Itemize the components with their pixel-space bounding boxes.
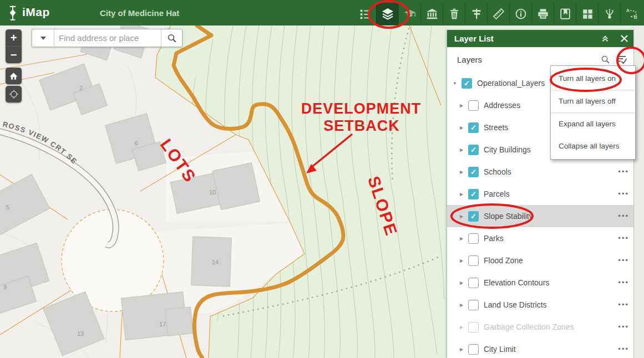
civic-building-icon[interactable] <box>420 3 443 25</box>
expand-caret-icon[interactable]: ▶ <box>459 236 464 241</box>
layer-row-elevation-contours[interactable]: ▶Elevation Contours••• <box>447 272 633 294</box>
layers-section-label: Layers <box>447 55 597 64</box>
layer-checkbox[interactable] <box>468 344 479 355</box>
menu-item-turn-all-layers-on[interactable]: Turn all layers on <box>551 68 635 90</box>
svg-text:14: 14 <box>212 259 219 265</box>
layer-list-menu: Turn all layers onTurn all layers offExp… <box>550 65 636 160</box>
street-signs-icon[interactable] <box>465 3 487 25</box>
layer-row-flood-zone[interactable]: ▶Flood Zone••• <box>447 249 633 272</box>
layer-row-parks[interactable]: ▶Parks••• <box>447 227 633 249</box>
filter-check-icon <box>617 54 627 65</box>
close-panel-button[interactable] <box>615 30 633 47</box>
trash-icon[interactable] <box>443 3 465 25</box>
layer-label: Schools <box>484 167 633 176</box>
svg-text:17: 17 <box>159 321 166 328</box>
collapse-panel-button[interactable] <box>596 30 615 47</box>
layer-checkbox[interactable] <box>468 100 479 111</box>
expand-caret-icon[interactable]: ▶ <box>459 303 464 308</box>
layer-options-button[interactable]: ••• <box>618 183 629 205</box>
layer-row-land-use-districts[interactable]: ▶Land Use Districts••• <box>447 294 633 316</box>
layer-checkbox[interactable] <box>468 122 479 133</box>
graduation-cap-icon[interactable] <box>398 3 420 25</box>
zoom-in-button[interactable]: + <box>6 29 22 46</box>
toolbar: A B <box>354 3 642 25</box>
expand-caret-icon[interactable]: ▶ <box>459 258 464 263</box>
zoom-out-button[interactable]: − <box>6 46 22 63</box>
layer-checkbox[interactable] <box>468 233 479 244</box>
layer-label: Slope Stability <box>484 212 633 221</box>
expand-caret-icon[interactable]: ▶ <box>459 125 464 130</box>
svg-text:2: 2 <box>79 85 83 91</box>
expand-caret-icon[interactable]: ▶ <box>459 325 464 330</box>
layer-row-slope-stability[interactable]: ▶Slope Stability••• <box>447 205 633 227</box>
layer-row-city-limit[interactable]: ▶City Limit••• <box>447 338 633 358</box>
layer-options-button[interactable]: ••• <box>618 294 629 316</box>
layer-checkbox[interactable] <box>468 189 479 200</box>
menu-item-expand-all-layers[interactable]: Expand all layers <box>551 113 635 135</box>
search-button[interactable] <box>161 29 182 47</box>
layer-checkbox[interactable] <box>468 300 479 310</box>
zoom-control: + − <box>6 29 22 63</box>
menu-item-turn-all-layers-off[interactable]: Turn all layers off <box>551 90 635 113</box>
expand-caret-icon[interactable]: ▶ <box>459 347 464 352</box>
expand-caret-icon[interactable]: ▶ <box>459 103 464 108</box>
svg-text:9: 9 <box>3 284 7 290</box>
expand-caret-icon[interactable]: ▶ <box>459 170 464 175</box>
imap-logo-icon <box>6 4 20 22</box>
expand-caret-icon[interactable]: ▼ <box>452 81 458 86</box>
layer-row-garbage-collection-zones[interactable]: ▶Garbage Collection Zones••• <box>447 316 633 338</box>
layer-options-button[interactable]: ••• <box>618 338 629 358</box>
chevron-double-up-icon <box>601 34 610 43</box>
layer-row-parcels[interactable]: ▶Parcels••• <box>447 183 633 205</box>
search-icon <box>601 55 610 64</box>
layer-checkbox[interactable] <box>468 167 479 177</box>
legend-icon[interactable] <box>354 3 376 25</box>
layer-options-button[interactable]: ••• <box>618 227 629 249</box>
expand-caret-icon[interactable]: ▶ <box>459 280 464 285</box>
layer-options-button[interactable]: ••• <box>618 316 629 338</box>
layer-options-button[interactable]: ••• <box>618 161 629 183</box>
layer-checkbox[interactable] <box>468 278 479 288</box>
directions-icon[interactable]: A B <box>620 3 642 25</box>
layer-label: Flood Zone <box>484 256 633 265</box>
layer-label: Garbage Collection Zones <box>484 323 633 331</box>
layer-options-button[interactable]: ••• <box>618 272 629 294</box>
search-icon <box>167 33 177 43</box>
print-icon[interactable] <box>531 3 554 25</box>
share-icon[interactable] <box>598 3 620 25</box>
svg-text:A: A <box>626 8 629 13</box>
basemap-gallery-icon[interactable] <box>576 3 598 25</box>
expand-caret-icon[interactable]: ▶ <box>459 147 464 152</box>
layer-checkbox[interactable] <box>468 211 479 222</box>
chevron-down-icon <box>40 37 46 40</box>
expand-caret-icon[interactable]: ▶ <box>459 214 464 219</box>
layers-icon[interactable] <box>376 3 398 25</box>
svg-text:10: 10 <box>209 189 216 196</box>
expand-caret-icon[interactable]: ▶ <box>459 192 464 197</box>
home-button[interactable] <box>6 68 22 84</box>
layer-label: City Limit <box>484 345 633 354</box>
layer-row-schools[interactable]: ▶Schools••• <box>447 161 633 183</box>
layer-options-button[interactable]: ••• <box>618 249 629 272</box>
layer-checkbox[interactable] <box>468 145 479 155</box>
layer-label: Parcels <box>484 190 633 198</box>
info-icon[interactable] <box>509 3 531 25</box>
search-input[interactable] <box>54 29 161 47</box>
bookmark-icon[interactable] <box>554 3 576 25</box>
svg-text:5: 5 <box>6 204 9 211</box>
layer-checkbox[interactable] <box>462 78 472 89</box>
close-icon <box>621 35 628 42</box>
menu-item-collapse-all-layers[interactable]: Collapse all layers <box>551 135 635 157</box>
layer-checkbox[interactable] <box>468 255 479 266</box>
app-title: iMap <box>22 6 50 19</box>
home-icon <box>9 71 18 81</box>
layer-label: Parks <box>484 234 633 243</box>
search-source-dropdown[interactable] <box>32 29 54 47</box>
app-header: iMap City of Medicine Hat <box>0 0 644 25</box>
layer-options-button[interactable]: ••• <box>618 205 629 227</box>
imap-application: ROSS VIEW CRT SE 2 6 10 5 9 <box>0 0 644 358</box>
locate-button[interactable] <box>6 86 22 103</box>
measure-icon[interactable] <box>487 3 509 25</box>
panel-title: Layer List <box>447 34 596 43</box>
layer-checkbox[interactable] <box>468 322 479 333</box>
